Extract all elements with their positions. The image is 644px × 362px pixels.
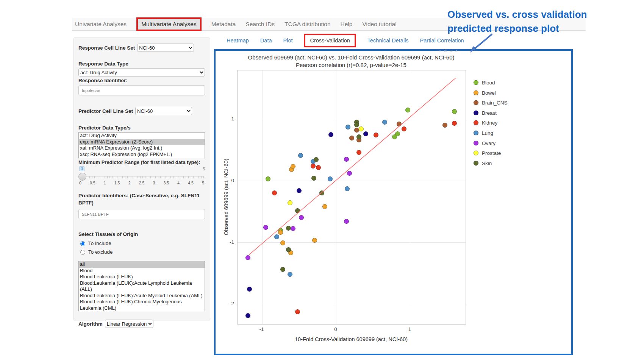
list-option[interactable]: Blood:Leukemia (LEUK) [79,274,205,280]
legend-item-kidney[interactable]: Kidney [474,120,497,126]
legend-dot-icon [474,90,478,95]
close-icon[interactable]: × [455,48,460,53]
subtab-data[interactable]: Data [260,37,272,44]
home-icon[interactable]: ⌂ [439,48,444,53]
slider-tick-label: 5 [202,181,204,185]
legend-item-breast[interactable]: Breast [474,110,497,115]
slider-tick-labels: 00.511.522.533.544.55 [79,181,204,185]
min-predictor-range-slider: 0 5 00.511.522.533.544.55 [78,166,205,190]
response-data-type-select[interactable]: act: Drug Activity [78,68,205,76]
nav-tab-univariate-analyses[interactable]: Univariate Analyses [75,21,127,28]
predictor-data-types-listbox[interactable]: act: Drug Activityexp: mRNA Expression (… [78,132,205,158]
predictor-identifiers-input[interactable] [78,209,205,219]
settings-sidebar: Response Cell Line Set NCI-60 Response D… [73,37,210,321]
slider-tick-label: 2 [128,181,131,185]
slider-max-label: 5 [203,167,205,171]
list-option[interactable]: act: Drug Activity [79,133,205,139]
predictor-identifiers-label: Predictor Identifiers: (Case-Sensitive, … [78,192,205,206]
list-option[interactable]: Blood:Leukemia (LEUK):Acute Lymphoid Leu… [79,280,205,293]
legend-label: Blood [482,80,495,86]
response-data-type-label: Response Data Type [78,61,205,67]
nav-tab-video-tutorial[interactable]: Video tutorial [362,21,396,28]
predictor-data-types-label: Predictor Data Type/s [78,125,205,131]
legend-label: Lung [482,130,493,136]
subtab-cross-validation[interactable]: Cross-Validation [304,34,356,47]
tissue-radio-to-exclude[interactable]: To exclude [78,249,205,255]
x-tick-label: 0 [334,326,337,332]
response-identifier-input[interactable] [78,85,205,95]
legend-dot-icon [474,140,478,145]
annotation-arrow-icon [467,32,497,55]
nav-tab-search-ids[interactable]: Search IDs [245,21,275,28]
slider-tick-label: 2.5 [139,181,145,185]
radio-input[interactable] [80,250,85,255]
slider-tick-label: 3 [153,181,155,185]
algorithm-label: Algorithm [78,321,103,327]
list-option[interactable]: Blood:Leukemia (LEUK):Acute Myeloid Leuk… [79,293,205,299]
radio-label: To include [88,240,111,246]
subtab-partial-correlation[interactable]: Partial Correlation [420,37,464,44]
legend-label: Bowel [482,90,496,95]
radio-input[interactable] [80,241,85,246]
legend-item-ovary[interactable]: Ovary [474,140,496,146]
legend-item-skin[interactable]: Skin [474,160,492,166]
annotation-callout: Observed vs. cross validation predicted … [447,8,587,36]
plotly-modebar[interactable]: ⌂⊕≡× [439,48,460,53]
legend-item-prostate[interactable]: Prostate [474,150,501,156]
y-axis-title: Observed 609699 (act, NCI-60) [223,159,229,235]
result-subtabs: HeatmapDataPlotCross-ValidationTechnical… [227,35,464,46]
slider-tick-label: 1.5 [114,181,120,185]
pan-icon[interactable]: ≡ [450,48,455,53]
legend-item-lung[interactable]: Lung [474,130,493,136]
plot-subtitle: Pearson correlation (r)=0.82, p-value=2e… [237,62,465,68]
list-option[interactable]: Blood:Leukemia (LEUK):Chronic Myelogenou… [79,299,205,311]
legend-dot-icon [474,151,478,156]
tissue-radio-group: To includeTo exclude [78,240,205,255]
y-tick-label: -2 [223,301,234,306]
slider-tick-label: 1 [104,181,106,185]
regression-line [237,70,465,324]
y-tick-label: 1 [223,116,234,122]
list-option[interactable]: all [79,261,205,268]
list-option[interactable]: Blood [79,268,205,274]
response-cell-line-set-select[interactable]: NCI-60 [137,44,194,52]
legend-dot-icon [474,100,478,105]
legend-label: Brain_CNS [482,100,508,106]
legend-item-bowel[interactable]: Bowel [474,90,496,95]
x-tick-label: -1 [259,326,264,332]
subtab-heatmap[interactable]: Heatmap [227,37,249,44]
slider-tick-label: 0.5 [90,181,95,185]
tissue-radio-to-include[interactable]: To include [78,240,205,246]
subtab-plot[interactable]: Plot [283,37,292,44]
tissue-listbox[interactable]: allBloodBlood:Leukemia (LEUK)Blood:Leuke… [78,261,205,311]
legend-label: Breast [482,110,497,115]
radio-label: To exclude [88,249,113,255]
predictor-cell-line-set-select[interactable]: NCI-60 [135,107,192,115]
nav-tab-metadata[interactable]: Metadata [211,21,236,28]
legend-dot-icon [474,110,478,115]
legend-item-blood[interactable]: Blood [474,80,495,86]
predictor-cell-line-set-label: Predictor Cell Line Set [78,108,133,114]
legend-item-brain_cns[interactable]: Brain_CNS [474,100,508,106]
subtab-technical-details[interactable]: Technical Details [367,37,409,44]
list-option[interactable]: xsq: RNA-seq Expression (log2 FPKM+1.) [79,151,205,158]
slider-tick-label: 0 [79,181,81,185]
slider-value-badge: 0 [79,166,84,171]
nav-tab-help[interactable]: Help [341,21,353,28]
zoom-icon[interactable]: ⊕ [444,48,450,53]
legend-label: Skin [482,160,492,166]
nav-tab-tcga-distribution[interactable]: TCGA distribution [284,21,330,28]
min-predictor-range-label: Minimum Predictor Range (for first liste… [78,159,205,165]
list-option[interactable]: exp: mRNA Expression (Z-Score) [79,139,205,145]
slider-handle[interactable] [78,173,86,181]
slider-tick-label: 4 [177,181,180,185]
algorithm-select[interactable]: Linear Regression [105,320,153,328]
slider-tick-label: 4.5 [188,181,194,185]
y-tick-label: 0 [223,178,234,183]
legend-label: Kidney [482,120,497,126]
nav-tab-multivariate-analyses[interactable]: Multivariate Analyses [136,17,202,31]
slider-ticks [79,176,204,178]
list-option[interactable]: xai: mRNA Expression (Avg. log2 Int.) [79,145,205,151]
x-tick-label: 1 [408,326,411,332]
response-cell-line-set-label: Response Cell Line Set [78,45,135,51]
